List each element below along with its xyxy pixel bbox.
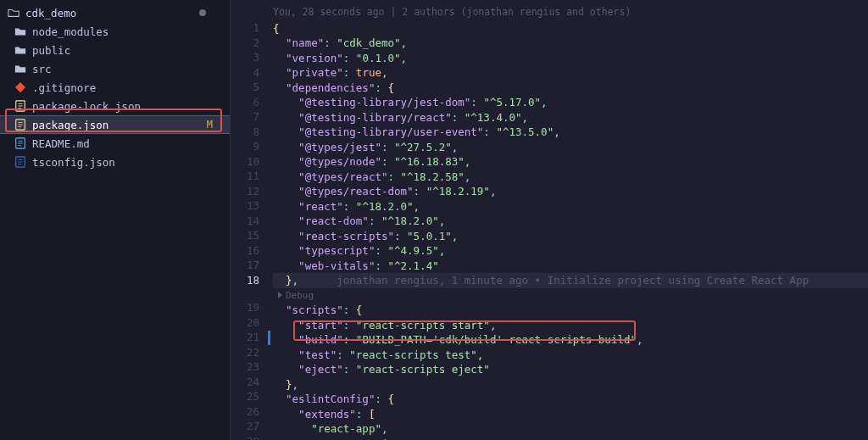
code-line[interactable]: "@types/react-dom": "^18.2.19",: [273, 184, 868, 199]
unsaved-indicator: [199, 9, 206, 16]
code-line[interactable]: "eslintConfig": {: [273, 392, 868, 407]
git-blame-header: You, 28 seconds ago | 2 authors (jonatha…: [273, 5, 868, 21]
code-editor[interactable]: 1234567891011121314151617181920212223242…: [231, 0, 868, 440]
tree-root[interactable]: cdk_demo: [0, 3, 230, 22]
folder-icon: [14, 25, 27, 38]
json-icon: [14, 99, 27, 113]
code-content[interactable]: You, 28 seconds ago | 2 authors (jonatha…: [273, 0, 868, 440]
code-line[interactable]: "web-vitals": "^2.1.4": [273, 259, 868, 274]
code-line[interactable]: "react": "^18.2.0",: [273, 199, 868, 214]
code-line[interactable]: "react-scripts": "5.0.1",: [273, 229, 868, 244]
code-line[interactable]: "@types/node": "^16.18.83",: [273, 154, 868, 170]
tree-item-src[interactable]: src: [0, 59, 230, 78]
modified-badge: M: [207, 119, 213, 131]
code-line[interactable]: },: [273, 377, 868, 393]
folder-icon: [14, 43, 27, 57]
code-line[interactable]: "version": "0.1.0",: [273, 51, 868, 66]
code-line[interactable]: "extends": [: [273, 407, 868, 422]
code-line[interactable]: "@testing-library/react": "^13.4.0",: [273, 110, 868, 125]
code-line[interactable]: "scripts": {: [273, 303, 868, 318]
code-line[interactable]: "dependencies": {: [273, 81, 868, 96]
ts-icon: [14, 155, 27, 169]
tree-item-label: package-lock.json: [32, 100, 141, 113]
tree-item-readme-md[interactable]: README.md: [0, 134, 230, 153]
code-line[interactable]: "eject": "react-scripts eject": [273, 362, 868, 377]
code-line[interactable]: "@types/jest": "^27.5.2",: [273, 140, 868, 155]
tree-item-public[interactable]: public: [0, 41, 230, 59]
code-line[interactable]: "@testing-library/jest-dom": "^5.17.0",: [273, 95, 868, 110]
code-line[interactable]: "typescript": "^4.9.5",: [273, 243, 868, 259]
code-line[interactable]: "react-dom": "^18.2.0",: [273, 214, 868, 229]
file-explorer[interactable]: cdk_demo node_modulespublicsrc.gitignore…: [0, 0, 231, 440]
tree-item-label: .gitignore: [32, 81, 96, 94]
tree-item-label: public: [32, 44, 70, 57]
line-gutter: 1234567891011121314151617181920212223242…: [231, 0, 273, 440]
tree-root-label: cdk_demo: [25, 7, 76, 19]
tree-item-package-json[interactable]: package.jsonM: [0, 115, 230, 134]
codelens-debug[interactable]: Debug: [273, 288, 868, 304]
code-line[interactable]: "name": "cdk_demo",: [273, 36, 868, 51]
tree-item-label: README.md: [32, 137, 90, 150]
code-line[interactable]: {: [273, 21, 868, 36]
tree-item-package-lock-json[interactable]: package-lock.json: [0, 97, 230, 115]
json-icon: [14, 118, 27, 131]
git-change-indicator: [268, 331, 270, 346]
tree-item-tsconfig-json[interactable]: tsconfig.json: [0, 153, 230, 171]
code-line[interactable]: "build": "BUILD_PATH='cdk/build' react-s…: [273, 332, 868, 348]
play-icon: [278, 292, 282, 298]
folder-open-icon: [7, 6, 20, 19]
code-line[interactable]: "react-app/jest": [273, 437, 868, 441]
tree-item-label: tsconfig.json: [32, 156, 115, 169]
md-icon: [14, 136, 27, 150]
tree-item-node-modules[interactable]: node_modules: [0, 22, 230, 41]
tree-item-label: package.json: [32, 119, 108, 131]
code-line[interactable]: }, jonathan rengius, 1 minute ago • Init…: [273, 273, 868, 288]
code-line[interactable]: "start": "react-scripts start",: [273, 318, 868, 333]
git-icon: [14, 81, 27, 94]
code-line[interactable]: "@types/react": "^18.2.58",: [273, 170, 868, 185]
folder-icon: [14, 62, 27, 75]
tree-item-label: src: [32, 63, 52, 75]
code-line[interactable]: "react-app",: [273, 421, 868, 437]
code-line[interactable]: "@testing-library/user-event": "^13.5.0"…: [273, 125, 868, 140]
code-line[interactable]: "private": true,: [273, 65, 868, 81]
tree-item--gitignore[interactable]: .gitignore: [0, 78, 230, 97]
code-line[interactable]: "test": "react-scripts test",: [273, 348, 868, 363]
tree-item-label: node_modules: [32, 25, 108, 38]
